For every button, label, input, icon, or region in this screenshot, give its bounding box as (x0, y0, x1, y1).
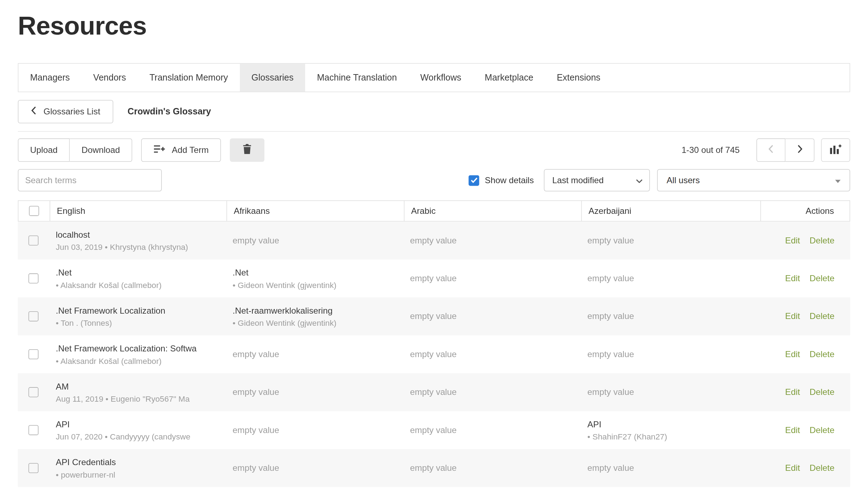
term-text: AM (56, 381, 226, 391)
term-meta: • Alaksandr Košal (callmebor) (56, 280, 226, 289)
page-title: Resources (18, 11, 868, 41)
previous-page-button[interactable] (756, 138, 785, 162)
delete-selected-button[interactable] (230, 138, 264, 162)
edit-link[interactable]: Edit (785, 236, 800, 246)
empty-value: empty value (410, 387, 581, 397)
back-button-label: Glossaries List (43, 107, 100, 117)
resources-tabbar: Managers Vendors Translation Memory Glos… (18, 63, 850, 92)
row-checkbox[interactable] (29, 311, 38, 321)
term-text: API Credentials (56, 457, 226, 467)
term-meta: Jun 03, 2019 • Khrystyna (khrystyna) (56, 242, 226, 251)
term-meta: • Ton . (Tonnes) (56, 318, 226, 327)
table-row: localhost Jun 03, 2019 • Khrystyna (khry… (18, 222, 850, 259)
tab-marketplace[interactable]: Marketplace (473, 64, 545, 92)
empty-value: empty value (410, 349, 581, 359)
filters-row: Show details Last modified All users (18, 169, 850, 191)
empty-value: empty value (410, 463, 581, 473)
delete-link[interactable]: Delete (810, 273, 834, 283)
row-checkbox[interactable] (29, 273, 38, 283)
toolbar: Upload Download Add Term 1-30 out of 745 (18, 138, 850, 162)
term-meta: Aug 11, 2019 • Eugenio "Ryo567" Ma (56, 394, 226, 403)
empty-value: empty value (410, 273, 581, 283)
delete-link[interactable]: Delete (810, 236, 834, 246)
term-text: .Net Framework Localization (56, 305, 226, 315)
column-header-arabic[interactable]: Arabic (404, 201, 581, 221)
column-header-afrikaans[interactable]: Afrikaans (226, 201, 404, 221)
empty-value: empty value (233, 425, 404, 435)
term-text: .Net Framework Localization: Softwa (56, 343, 226, 353)
empty-value: empty value (587, 349, 760, 359)
select-all-checkbox[interactable] (29, 206, 39, 216)
tab-machine-translation[interactable]: Machine Translation (305, 64, 409, 92)
table-row: API Jun 07, 2020 • Candyyyyy (candyswe e… (18, 411, 850, 449)
glossary-subheader: Glossaries List Crowdin's Glossary (18, 92, 850, 132)
sort-select[interactable]: Last modified (544, 169, 650, 191)
glossary-title: Crowdin's Glossary (128, 107, 211, 117)
empty-value: empty value (233, 387, 404, 397)
add-term-button[interactable]: Add Term (141, 138, 221, 162)
users-filter-value: All users (667, 175, 700, 185)
table-body: localhost Jun 03, 2019 • Khrystyna (khry… (18, 222, 850, 487)
pager (756, 138, 815, 162)
pagination-status: 1-30 out of 745 (682, 145, 740, 155)
next-page-button[interactable] (785, 138, 814, 162)
upload-download-group: Upload Download (18, 138, 132, 162)
chevron-left-icon (31, 106, 36, 117)
download-button[interactable]: Download (70, 138, 132, 162)
row-checkbox[interactable] (29, 425, 38, 435)
tab-vendors[interactable]: Vendors (82, 64, 138, 92)
delete-link[interactable]: Delete (810, 387, 834, 397)
users-filter-select[interactable]: All users (657, 169, 850, 191)
edit-link[interactable]: Edit (785, 387, 800, 397)
table-row: API Credentials • powerburner-nl empty v… (18, 449, 850, 487)
tab-workflows[interactable]: Workflows (409, 64, 473, 92)
row-checkbox[interactable] (29, 463, 38, 473)
term-text: .Net (56, 268, 226, 278)
term-meta: • powerburner-nl (56, 470, 226, 479)
term-meta: Jun 07, 2020 • Candyyyyy (candyswe (56, 432, 226, 441)
empty-value: empty value (233, 236, 404, 246)
column-header-english[interactable]: English (50, 201, 226, 221)
delete-link[interactable]: Delete (810, 349, 834, 359)
show-details-checkbox[interactable] (469, 175, 479, 186)
edit-link[interactable]: Edit (785, 311, 800, 321)
column-header-azerbaijani[interactable]: Azerbaijani (581, 201, 760, 221)
row-checkbox[interactable] (29, 236, 38, 246)
delete-link[interactable]: Delete (810, 463, 834, 473)
empty-value: empty value (587, 273, 760, 283)
table-row: .Net Framework Localization • Ton . (Ton… (18, 297, 850, 335)
glossaries-list-back-button[interactable]: Glossaries List (18, 100, 113, 123)
trash-icon (243, 144, 252, 156)
term-meta: • Alaksandr Košal (callmebor) (56, 356, 226, 365)
term-text: API (587, 419, 760, 429)
tab-glossaries[interactable]: Glossaries (240, 64, 305, 92)
chevron-left-icon (768, 145, 774, 156)
delete-link[interactable]: Delete (810, 425, 834, 435)
edit-link[interactable]: Edit (785, 349, 800, 359)
row-checkbox[interactable] (29, 349, 38, 359)
table-header: English Afrikaans Arabic Azerbaijani Act… (18, 200, 850, 221)
chevron-right-icon (797, 145, 802, 156)
page-root: Resources Managers Vendors Translation M… (0, 11, 868, 489)
search-input[interactable] (18, 169, 162, 191)
table-row: AM Aug 11, 2019 • Eugenio "Ryo567" Ma em… (18, 373, 850, 411)
tab-extensions[interactable]: Extensions (545, 64, 612, 92)
empty-value: empty value (410, 311, 581, 321)
tab-translation-memory[interactable]: Translation Memory (138, 64, 240, 92)
configure-columns-button[interactable] (821, 138, 850, 162)
edit-link[interactable]: Edit (785, 425, 800, 435)
term-meta: • ShahinF27 (Khan27) (587, 432, 760, 441)
empty-value: empty value (410, 425, 581, 435)
upload-button[interactable]: Upload (18, 138, 70, 162)
show-details-toggle[interactable]: Show details (469, 175, 534, 186)
row-checkbox[interactable] (29, 387, 38, 397)
delete-link[interactable]: Delete (810, 311, 834, 321)
edit-link[interactable]: Edit (785, 273, 800, 283)
term-meta: • Gideon Wentink (gjwentink) (233, 280, 404, 289)
tab-managers[interactable]: Managers (19, 64, 82, 92)
show-details-label: Show details (485, 175, 534, 185)
edit-link[interactable]: Edit (785, 463, 800, 473)
term-text: localhost (56, 230, 226, 240)
empty-value: empty value (587, 311, 760, 321)
table-row: .Net • Alaksandr Košal (callmebor) .Net … (18, 259, 850, 297)
